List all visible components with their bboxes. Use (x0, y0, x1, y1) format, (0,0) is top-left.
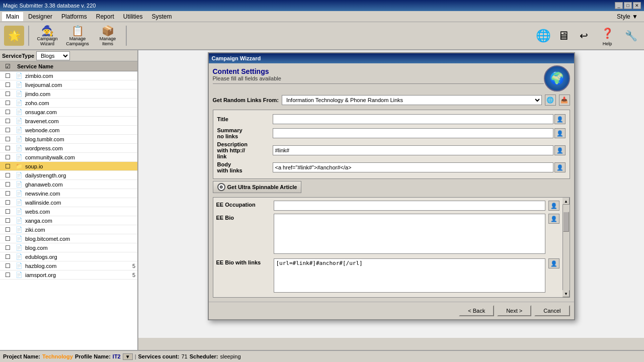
service-check[interactable]: ☐ (0, 262, 15, 269)
list-item[interactable]: ☐📄wallinside.com (0, 198, 137, 207)
list-item[interactable]: ☐📄ghanaweb.com (0, 180, 137, 189)
body-paste-btn[interactable]: 👤 (554, 162, 566, 172)
screen-button[interactable]: 🖥 (554, 23, 573, 48)
service-check[interactable]: ☐ (0, 190, 15, 197)
list-item[interactable]: ☐📄zimbio.com (0, 71, 137, 80)
tools-button[interactable]: 🔧 (622, 23, 640, 48)
manage-items-button[interactable]: 📦 ManageItems (94, 23, 122, 48)
scrollbar-down-arrow[interactable]: ▼ (562, 290, 570, 297)
service-check[interactable]: ☐ (0, 81, 15, 88)
service-check[interactable]: ☐ (0, 181, 15, 188)
service-check[interactable]: ☐ (0, 72, 15, 79)
list-item[interactable]: ☐📄webnode.com (0, 126, 137, 135)
service-check[interactable]: ☐ (0, 109, 15, 116)
service-check[interactable]: ☐ (0, 208, 15, 215)
service-type-dropdown[interactable]: Blogs Articles Video (36, 51, 70, 60)
list-item[interactable]: ☐📄onsugar.com (0, 108, 137, 117)
service-check[interactable]: ☐ (0, 217, 15, 224)
list-item[interactable]: ☐📁soup.io (0, 162, 137, 171)
maximize-button[interactable]: □ (624, 2, 632, 9)
list-item[interactable]: ☐📄ziki.com (0, 225, 137, 234)
list-item[interactable]: ☐📄iamsport.org5 (0, 270, 137, 280)
service-list[interactable]: ☐📄zimbio.com☐📄livejournal.com☐📄jimdo.com… (0, 71, 137, 350)
service-check[interactable]: ☐ (0, 226, 15, 233)
scrollbar-up-arrow[interactable]: ▲ (562, 198, 570, 205)
ee-bio-links-textarea[interactable]: [url=#link#]#anchor#[/url] (274, 258, 545, 293)
list-item[interactable]: ☐📄blog.bitcomet.com (0, 234, 137, 243)
description-paste-btn[interactable]: 👤 (554, 145, 566, 155)
ee-bio-paste-btn[interactable]: 👤 (548, 214, 559, 224)
list-item[interactable]: ☐📄blog.tumblr.com (0, 135, 137, 144)
list-header-name: Service Name (15, 63, 137, 69)
list-item[interactable]: ☐📄bravenet.com (0, 117, 137, 126)
menu-platforms[interactable]: Platforms (57, 12, 91, 21)
get-random-btn-2[interactable]: 📥 (559, 95, 570, 106)
get-random-btn-1[interactable]: 🌐 (545, 95, 556, 106)
help-button[interactable]: ❓ Help (595, 23, 620, 48)
manage-campaigns-button[interactable]: 📋 ManageCampaigns (63, 23, 92, 48)
cancel-button[interactable]: Cancel (534, 305, 570, 316)
list-item[interactable]: ☐📄hazblog.com5 (0, 261, 137, 270)
scrollbar-thumb[interactable] (563, 212, 569, 232)
dialog-title: Campaign Wizzard (212, 55, 261, 61)
next-button[interactable]: Next > (497, 305, 531, 316)
service-check[interactable]: ☐ (0, 136, 15, 143)
ee-bio-links-paste-btn[interactable]: 👤 (548, 258, 559, 268)
list-item[interactable]: ☐📄jimdo.com (0, 89, 137, 99)
summary-input[interactable] (273, 128, 553, 138)
service-icon: 📄 (15, 144, 23, 152)
manage-items-icon: 📦 (100, 25, 116, 37)
back-button-toolbar[interactable]: ↩ (575, 23, 593, 48)
list-item[interactable]: ☐📄livejournal.com (0, 80, 137, 89)
service-check[interactable]: ☐ (0, 127, 15, 134)
service-check[interactable]: ☐ (0, 100, 15, 107)
globe-button[interactable]: 🌐 (534, 23, 552, 48)
menu-utilities[interactable]: Utilities (119, 12, 147, 21)
menu-main[interactable]: Main (2, 12, 23, 21)
menu-report[interactable]: Report (92, 12, 118, 21)
title-paste-btn[interactable]: 👤 (554, 114, 566, 124)
summary-paste-btn[interactable]: 👤 (554, 128, 566, 138)
service-icon: 📄 (15, 235, 23, 243)
service-check[interactable]: ☐ (0, 154, 15, 161)
list-item[interactable]: ☐📄edublogs.org (0, 252, 137, 261)
list-item[interactable]: ☐📄xanga.com (0, 216, 137, 225)
body-input[interactable] (273, 162, 553, 172)
list-item[interactable]: ☐📄wordpress.com (0, 144, 137, 153)
service-check[interactable]: ☐ (0, 90, 15, 98)
description-input[interactable] (273, 145, 553, 155)
style-menu[interactable]: Style ▼ (613, 12, 642, 21)
back-button[interactable]: < Back (459, 305, 494, 316)
list-item[interactable]: ☐📄webs.com (0, 207, 137, 216)
list-item[interactable]: ☐📄newsvine.com (0, 189, 137, 198)
service-check[interactable]: ☐ (0, 172, 15, 179)
spinnable-article-button[interactable]: ⚙ Get Ultra Spinnable Article (213, 181, 302, 193)
service-check[interactable]: ☐ (0, 199, 15, 206)
service-check[interactable]: ☐ (0, 163, 15, 170)
service-name: edublogs.org (24, 254, 137, 260)
list-item[interactable]: ☐📄dailystrength.org (0, 171, 137, 180)
ee-bio-textarea[interactable] (274, 214, 545, 254)
title-input[interactable] (273, 114, 553, 124)
ee-bio-row: EE Bio 👤 (216, 214, 559, 255)
profile-dropdown-btn[interactable]: ▼ (123, 353, 133, 360)
menu-system[interactable]: System (147, 12, 176, 21)
service-check[interactable]: ☐ (0, 118, 15, 125)
get-random-select[interactable]: Information Technology & Phone Random Li… (282, 95, 542, 105)
list-item[interactable]: ☐📄communitywalk.com (0, 153, 137, 162)
list-item[interactable]: ☐📄blog.com (0, 243, 137, 252)
campaign-wizard-button[interactable]: 🧙 CampaignWizard (33, 23, 61, 48)
service-check[interactable]: ☐ (0, 145, 15, 152)
minimize-button[interactable]: _ (615, 2, 623, 9)
list-item[interactable]: ☐📄zoho.com (0, 99, 137, 108)
service-check[interactable]: ☐ (0, 272, 15, 279)
close-button[interactable]: ✕ (633, 2, 641, 9)
scrollbar[interactable]: ▲ ▼ (562, 198, 570, 297)
ee-occupation-input[interactable] (274, 201, 545, 211)
service-check[interactable]: ☐ (0, 235, 15, 242)
menu-designer[interactable]: Designer (24, 12, 56, 21)
right-area: Campaign Wizzard Content Settings Please… (138, 50, 644, 350)
ee-occupation-paste-btn[interactable]: 👤 (548, 201, 559, 211)
service-check[interactable]: ☐ (0, 253, 15, 260)
service-check[interactable]: ☐ (0, 244, 15, 251)
